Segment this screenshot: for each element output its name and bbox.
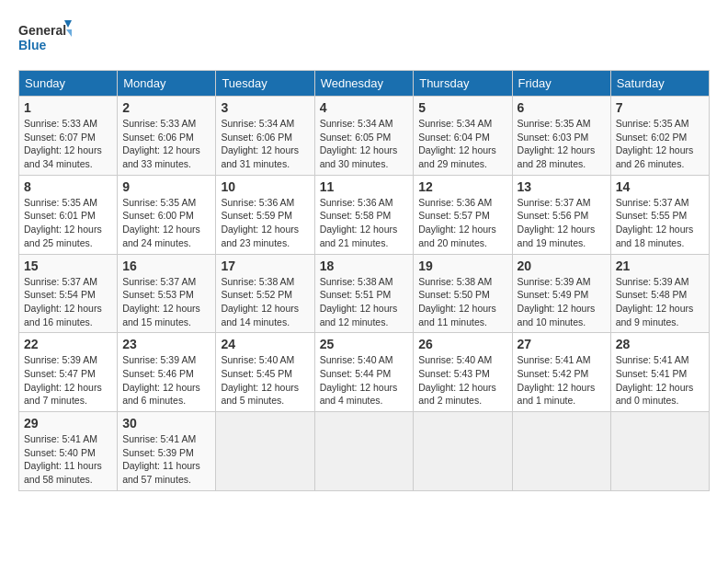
- calendar-cell: 17Sunrise: 5:38 AM Sunset: 5:52 PM Dayli…: [216, 254, 314, 333]
- col-header-thursday: Thursday: [414, 71, 512, 97]
- calendar-cell: 24Sunrise: 5:40 AM Sunset: 5:45 PM Dayli…: [216, 333, 314, 412]
- day-number: 30: [122, 416, 210, 431]
- day-number: 27: [518, 337, 606, 351]
- calendar-cell: 28Sunrise: 5:41 AM Sunset: 5:41 PM Dayli…: [610, 333, 709, 412]
- calendar-row: 22Sunrise: 5:39 AM Sunset: 5:47 PM Dayli…: [19, 333, 710, 412]
- calendar-row: 29Sunrise: 5:41 AM Sunset: 5:40 PM Dayli…: [19, 412, 710, 491]
- calendar-cell: 10Sunrise: 5:36 AM Sunset: 5:59 PM Dayli…: [216, 175, 314, 254]
- day-info: Sunrise: 5:40 AM Sunset: 5:45 PM Dayligh…: [221, 353, 309, 408]
- day-info: Sunrise: 5:40 AM Sunset: 5:43 PM Dayligh…: [418, 353, 506, 408]
- day-number: 4: [320, 100, 409, 115]
- calendar-cell: 18Sunrise: 5:38 AM Sunset: 5:51 PM Dayli…: [314, 254, 414, 333]
- calendar-cell: 14Sunrise: 5:37 AM Sunset: 5:55 PM Dayli…: [610, 175, 709, 254]
- day-number: 28: [616, 337, 704, 351]
- day-info: Sunrise: 5:39 AM Sunset: 5:49 PM Dayligh…: [518, 275, 606, 329]
- calendar-cell: 21Sunrise: 5:39 AM Sunset: 5:48 PM Dayli…: [610, 254, 709, 333]
- day-number: 16: [122, 259, 210, 273]
- calendar-cell: 12Sunrise: 5:36 AM Sunset: 5:57 PM Dayli…: [414, 175, 512, 254]
- day-number: 7: [616, 100, 704, 115]
- day-number: 21: [616, 259, 704, 273]
- day-number: 8: [24, 179, 112, 194]
- calendar-cell: 22Sunrise: 5:39 AM Sunset: 5:47 PM Dayli…: [19, 333, 118, 412]
- day-info: Sunrise: 5:37 AM Sunset: 5:53 PM Dayligh…: [122, 275, 210, 329]
- day-number: 18: [320, 259, 409, 273]
- day-number: 15: [24, 259, 112, 273]
- calendar-cell: 25Sunrise: 5:40 AM Sunset: 5:44 PM Dayli…: [314, 333, 414, 412]
- calendar-cell: 7Sunrise: 5:35 AM Sunset: 6:02 PM Daylig…: [610, 97, 709, 176]
- col-header-monday: Monday: [118, 71, 216, 97]
- day-number: 23: [122, 337, 210, 351]
- day-number: 24: [221, 337, 309, 351]
- day-info: Sunrise: 5:40 AM Sunset: 5:44 PM Dayligh…: [320, 353, 409, 408]
- day-number: 19: [418, 259, 506, 273]
- calendar-cell: 4Sunrise: 5:34 AM Sunset: 6:05 PM Daylig…: [314, 97, 414, 176]
- day-number: 20: [518, 259, 606, 273]
- day-info: Sunrise: 5:33 AM Sunset: 6:07 PM Dayligh…: [24, 117, 112, 171]
- day-info: Sunrise: 5:36 AM Sunset: 5:57 PM Dayligh…: [418, 196, 506, 250]
- day-info: Sunrise: 5:36 AM Sunset: 5:58 PM Dayligh…: [320, 196, 409, 250]
- svg-text:General: General: [18, 23, 66, 38]
- day-info: Sunrise: 5:39 AM Sunset: 5:46 PM Dayligh…: [122, 353, 210, 408]
- calendar-cell: 26Sunrise: 5:40 AM Sunset: 5:43 PM Dayli…: [414, 333, 512, 412]
- calendar-cell: [610, 412, 709, 491]
- calendar-cell: 9Sunrise: 5:35 AM Sunset: 6:00 PM Daylig…: [118, 175, 216, 254]
- calendar-cell: 30Sunrise: 5:41 AM Sunset: 5:39 PM Dayli…: [118, 412, 216, 491]
- day-info: Sunrise: 5:37 AM Sunset: 5:54 PM Dayligh…: [24, 275, 112, 329]
- calendar-cell: 29Sunrise: 5:41 AM Sunset: 5:40 PM Dayli…: [19, 412, 118, 491]
- day-info: Sunrise: 5:35 AM Sunset: 6:02 PM Dayligh…: [616, 117, 704, 171]
- day-info: Sunrise: 5:41 AM Sunset: 5:41 PM Dayligh…: [616, 353, 704, 408]
- calendar-cell: 20Sunrise: 5:39 AM Sunset: 5:49 PM Dayli…: [512, 254, 610, 333]
- day-number: 9: [122, 179, 210, 194]
- calendar-cell: [216, 412, 314, 491]
- calendar-row: 15Sunrise: 5:37 AM Sunset: 5:54 PM Dayli…: [19, 254, 710, 333]
- day-number: 1: [24, 100, 112, 115]
- day-info: Sunrise: 5:38 AM Sunset: 5:52 PM Dayligh…: [221, 275, 309, 329]
- day-number: 3: [221, 100, 309, 115]
- day-info: Sunrise: 5:33 AM Sunset: 6:06 PM Dayligh…: [122, 117, 210, 171]
- day-number: 2: [122, 100, 210, 115]
- day-info: Sunrise: 5:34 AM Sunset: 6:04 PM Dayligh…: [418, 117, 506, 171]
- logo: General Blue: [18, 18, 74, 55]
- day-number: 12: [418, 179, 506, 194]
- day-number: 11: [320, 179, 409, 194]
- calendar-cell: 11Sunrise: 5:36 AM Sunset: 5:58 PM Dayli…: [314, 175, 414, 254]
- calendar-cell: 13Sunrise: 5:37 AM Sunset: 5:56 PM Dayli…: [512, 175, 610, 254]
- day-number: 6: [518, 100, 606, 115]
- calendar-table: SundayMondayTuesdayWednesdayThursdayFrid…: [18, 70, 710, 491]
- day-info: Sunrise: 5:41 AM Sunset: 5:42 PM Dayligh…: [518, 353, 606, 408]
- day-info: Sunrise: 5:35 AM Sunset: 6:00 PM Dayligh…: [122, 196, 210, 250]
- calendar-cell: 15Sunrise: 5:37 AM Sunset: 5:54 PM Dayli…: [19, 254, 118, 333]
- header-row: SundayMondayTuesdayWednesdayThursdayFrid…: [19, 71, 710, 97]
- day-number: 29: [24, 416, 112, 431]
- day-number: 26: [418, 337, 506, 351]
- calendar-cell: 16Sunrise: 5:37 AM Sunset: 5:53 PM Dayli…: [118, 254, 216, 333]
- day-number: 5: [418, 100, 506, 115]
- day-number: 13: [518, 179, 606, 194]
- calendar-cell: [414, 412, 512, 491]
- day-info: Sunrise: 5:38 AM Sunset: 5:51 PM Dayligh…: [320, 275, 409, 329]
- day-info: Sunrise: 5:35 AM Sunset: 6:01 PM Dayligh…: [24, 196, 112, 250]
- day-info: Sunrise: 5:38 AM Sunset: 5:50 PM Dayligh…: [418, 275, 506, 329]
- calendar-cell: 27Sunrise: 5:41 AM Sunset: 5:42 PM Dayli…: [512, 333, 610, 412]
- day-info: Sunrise: 5:34 AM Sunset: 6:06 PM Dayligh…: [221, 117, 309, 171]
- calendar-cell: 1Sunrise: 5:33 AM Sunset: 6:07 PM Daylig…: [19, 97, 118, 176]
- calendar-cell: 2Sunrise: 5:33 AM Sunset: 6:06 PM Daylig…: [118, 97, 216, 176]
- calendar-cell: 5Sunrise: 5:34 AM Sunset: 6:04 PM Daylig…: [414, 97, 512, 176]
- calendar-cell: 6Sunrise: 5:35 AM Sunset: 6:03 PM Daylig…: [512, 97, 610, 176]
- col-header-friday: Friday: [512, 71, 610, 97]
- svg-marker-3: [66, 29, 72, 37]
- svg-text:Blue: Blue: [18, 38, 47, 52]
- col-header-saturday: Saturday: [610, 71, 709, 97]
- logo-svg: General Blue: [18, 18, 74, 55]
- calendar-cell: [512, 412, 610, 491]
- day-number: 22: [24, 337, 112, 351]
- day-info: Sunrise: 5:39 AM Sunset: 5:48 PM Dayligh…: [616, 275, 704, 329]
- day-number: 25: [320, 337, 409, 351]
- col-header-tuesday: Tuesday: [216, 71, 314, 97]
- day-info: Sunrise: 5:37 AM Sunset: 5:56 PM Dayligh…: [518, 196, 606, 250]
- calendar-cell: 8Sunrise: 5:35 AM Sunset: 6:01 PM Daylig…: [19, 175, 118, 254]
- day-info: Sunrise: 5:36 AM Sunset: 5:59 PM Dayligh…: [221, 196, 309, 250]
- day-info: Sunrise: 5:39 AM Sunset: 5:47 PM Dayligh…: [24, 353, 112, 408]
- calendar-row: 8Sunrise: 5:35 AM Sunset: 6:01 PM Daylig…: [19, 175, 710, 254]
- day-number: 14: [616, 179, 704, 194]
